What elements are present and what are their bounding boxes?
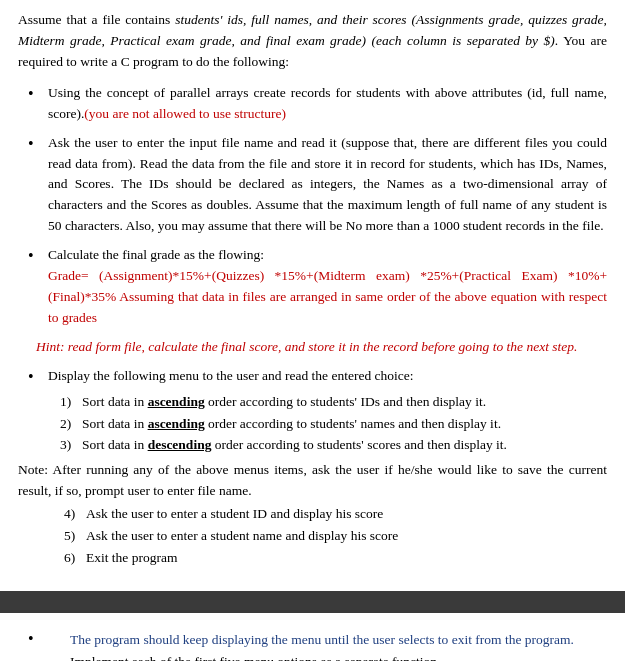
bullet-item-2: • Ask the user to enter the input file n… [28,133,607,238]
menu-item-1-bold: ascending [148,394,205,409]
extra-item-6: 6) Exit the program [64,548,607,569]
bullet-3-grade: Grade= (Assignment)*15%+(Quizzes) *15%+(… [48,268,607,325]
extra-item-6-num: 6) [64,548,86,569]
intro-text-before: Assume that a file contains [18,12,175,27]
bullet-1-red: (you are not allowed to use structure) [84,106,286,121]
bottom-line-2: Implement each of the first five menu op… [70,651,574,661]
bottom-bullet-item: • The program should keep displaying the… [28,627,607,661]
bullet-dot-2: • [28,132,44,157]
extra-item-4: 4) Ask the user to enter a student ID an… [64,504,607,525]
menu-section: • Display the following menu to the user… [28,366,607,457]
menu-item-3-bold: descending [148,437,212,452]
menu-item-3-text: Sort data in descending order according … [82,435,507,456]
extra-item-4-text: Ask the user to enter a student ID and d… [86,504,383,525]
extra-item-5: 5) Ask the user to enter a student name … [64,526,607,547]
menu-item-3: 3) Sort data in descending order accordi… [60,435,607,456]
bottom-line-1: The program should keep displaying the m… [70,629,574,651]
menu-intro-text: Display the following menu to the user a… [48,366,414,387]
extra-item-4-num: 4) [64,504,86,525]
bullet-2-content: Ask the user to enter the input file nam… [48,133,607,238]
bottom-bullet-dot: • [28,626,44,652]
menu-intro-line: • Display the following menu to the user… [28,366,607,390]
menu-item-1-text: Sort data in ascending order according t… [82,392,486,413]
menu-item-2: 2) Sort data in ascending order accordin… [60,414,607,435]
menu-item-3-num: 3) [60,435,82,456]
menu-bullet-dot: • [28,365,44,390]
extra-item-5-num: 5) [64,526,86,547]
menu-item-1: 1) Sort data in ascending order accordin… [60,392,607,413]
main-bullet-list: • Using the concept of parallel arrays c… [18,83,607,329]
bullet-3-normal: Calculate the final grade as the flowing… [48,247,264,262]
bullet-3-content: Calculate the final grade as the flowing… [48,245,607,329]
page: Assume that a file contains students' id… [0,0,625,661]
hint-line: Hint: read form file, calculate the fina… [36,337,607,358]
bullet-item-1: • Using the concept of parallel arrays c… [28,83,607,125]
menu-numbered-list: 1) Sort data in ascending order accordin… [28,392,607,457]
menu-item-2-bold: ascending [148,416,205,431]
bullet-dot-3: • [28,244,44,269]
divider-bar [0,591,625,613]
extra-item-5-text: Ask the user to enter a student name and… [86,526,398,547]
menu-item-2-num: 2) [60,414,82,435]
extra-items-list: 4) Ask the user to enter a student ID an… [18,504,607,569]
bottom-inner: The program should keep displaying the m… [48,629,574,661]
bottom-section: • The program should keep displaying the… [0,613,625,661]
top-section: Assume that a file contains students' id… [0,0,625,583]
bullet-dot-1: • [28,82,44,107]
bullet-1-content: Using the concept of parallel arrays cre… [48,83,607,125]
bottom-bullet-list: • The program should keep displaying the… [18,627,607,661]
menu-item-2-text: Sort data in ascending order according t… [82,414,501,435]
bullet-item-3: • Calculate the final grade as the flowi… [28,245,607,329]
menu-item-1-num: 1) [60,392,82,413]
note-line: Note: After running any of the above men… [18,460,607,502]
intro-paragraph: Assume that a file contains students' id… [18,10,607,73]
extra-item-6-text: Exit the program [86,548,177,569]
